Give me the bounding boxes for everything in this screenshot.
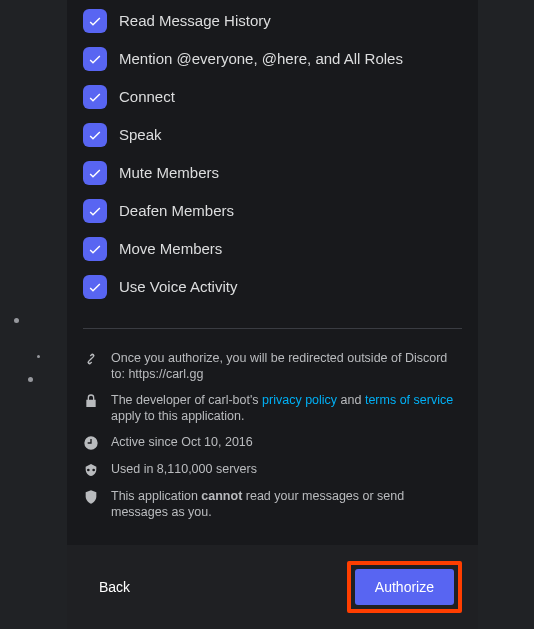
check-icon — [87, 241, 103, 257]
permission-label: Read Message History — [119, 11, 271, 31]
permission-row: Read Message History — [83, 2, 462, 40]
permission-label: Speak — [119, 125, 162, 145]
permissions-list: Read Message History Mention @everyone, … — [83, 0, 462, 306]
back-button[interactable]: Back — [83, 569, 146, 605]
info-text: Active since Oct 10, 2016 — [111, 434, 253, 451]
modal-footer: Back Authorize — [67, 545, 478, 629]
check-icon — [87, 203, 103, 219]
info-developer-policy: The developer of carl-bot's privacy poli… — [83, 387, 462, 429]
permission-checkbox[interactable] — [83, 123, 107, 147]
check-icon — [87, 279, 103, 295]
info-shield: This application cannot read your messag… — [83, 483, 462, 525]
permission-checkbox[interactable] — [83, 161, 107, 185]
permission-label: Connect — [119, 87, 175, 107]
check-icon — [87, 127, 103, 143]
permission-row: Deafen Members — [83, 192, 462, 230]
permission-row: Speak — [83, 116, 462, 154]
redirect-url: https://carl.gg — [128, 367, 203, 381]
check-icon — [87, 89, 103, 105]
text: The developer of carl-bot's — [111, 393, 262, 407]
permission-checkbox[interactable] — [83, 275, 107, 299]
permission-label: Move Members — [119, 239, 222, 259]
permission-row: Use Voice Activity — [83, 268, 462, 306]
check-icon — [87, 165, 103, 181]
text: This application — [111, 489, 201, 503]
info-active-since: Active since Oct 10, 2016 — [83, 429, 462, 456]
permission-label: Mention @everyone, @here, and All Roles — [119, 49, 403, 69]
permission-row: Move Members — [83, 230, 462, 268]
text: apply to this application. — [111, 409, 244, 423]
bg-decoration — [14, 318, 19, 323]
info-text: The developer of carl-bot's privacy poli… — [111, 392, 462, 424]
divider — [83, 328, 462, 329]
permission-label: Mute Members — [119, 163, 219, 183]
check-icon — [87, 51, 103, 67]
permission-label: Use Voice Activity — [119, 277, 237, 297]
modal-body: Read Message History Mention @everyone, … — [67, 0, 478, 545]
permission-checkbox[interactable] — [83, 199, 107, 223]
clock-icon — [83, 435, 99, 451]
tos-link[interactable]: terms of service — [365, 393, 453, 407]
permission-row: Connect — [83, 78, 462, 116]
info-redirect: Once you authorize, you will be redirect… — [83, 345, 462, 387]
shield-icon — [83, 489, 99, 505]
text: and — [337, 393, 365, 407]
permission-checkbox[interactable] — [83, 237, 107, 261]
privacy-policy-link[interactable]: privacy policy — [262, 393, 337, 407]
bg-decoration — [37, 355, 40, 358]
info-text: Used in 8,110,000 servers — [111, 461, 257, 478]
check-icon — [87, 13, 103, 29]
permission-checkbox[interactable] — [83, 47, 107, 71]
text-strong: cannot — [201, 489, 242, 503]
permission-checkbox[interactable] — [83, 85, 107, 109]
info-text: This application cannot read your messag… — [111, 488, 462, 520]
oauth-modal: Read Message History Mention @everyone, … — [67, 0, 478, 629]
servers-icon — [83, 462, 99, 478]
link-icon — [83, 351, 99, 367]
bg-decoration — [28, 377, 33, 382]
info-server-count: Used in 8,110,000 servers — [83, 456, 462, 483]
permission-label: Deafen Members — [119, 201, 234, 221]
authorize-button[interactable]: Authorize — [355, 569, 454, 605]
permission-row: Mention @everyone, @here, and All Roles — [83, 40, 462, 78]
highlight-annotation: Authorize — [347, 561, 462, 613]
info-text: Once you authorize, you will be redirect… — [111, 350, 462, 382]
permission-checkbox[interactable] — [83, 9, 107, 33]
lock-icon — [83, 393, 99, 409]
permission-row: Mute Members — [83, 154, 462, 192]
